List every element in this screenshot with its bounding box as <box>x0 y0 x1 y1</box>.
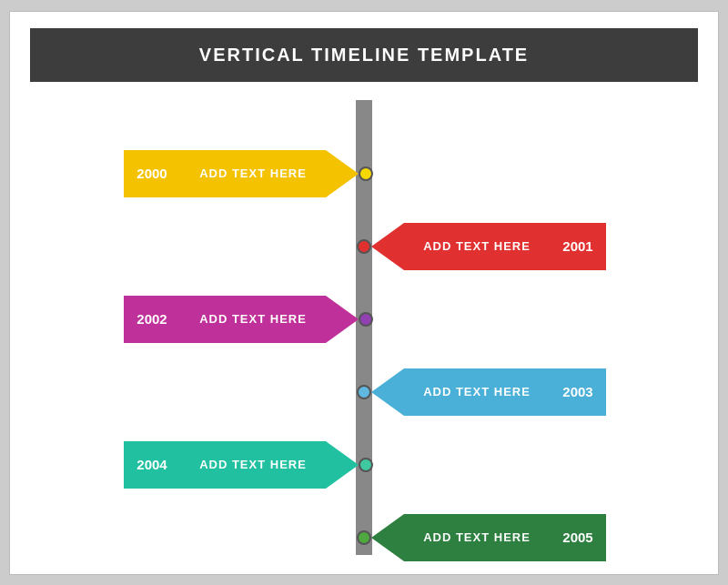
text-box: ADD TEXT HERE <box>180 150 326 197</box>
timeline-dot <box>357 530 371 545</box>
year-box: 2000 <box>124 150 180 197</box>
arrow-left-icon <box>371 368 404 416</box>
text-box: ADD TEXT HERE <box>180 441 326 489</box>
page-title: VERTICAL TIMELINE TEMPLATE <box>30 28 698 82</box>
arrow-right-icon <box>326 441 359 489</box>
year-box: 2001 <box>550 223 606 270</box>
timeline-row: 2002ADD TEXT HERE <box>124 296 373 343</box>
timeline-row: 2004ADD TEXT HERE <box>124 441 373 489</box>
timeline-row: ADD TEXT HERE2001 <box>357 223 606 270</box>
text-box: ADD TEXT HERE <box>404 368 550 416</box>
arrow-left-icon <box>371 514 404 561</box>
arrow-right-icon <box>326 150 359 197</box>
timeline-dot <box>357 385 371 399</box>
timeline-dot <box>357 239 371 254</box>
text-box: ADD TEXT HERE <box>404 223 550 270</box>
timeline-row: ADD TEXT HERE2003 <box>357 368 606 416</box>
timeline-dot <box>359 312 373 327</box>
page: VERTICAL TIMELINE TEMPLATE 2000ADD TEXT … <box>9 11 719 575</box>
text-box: ADD TEXT HERE <box>180 296 326 343</box>
timeline-dot <box>359 458 373 472</box>
year-box: 2003 <box>550 368 606 416</box>
timeline-row: ADD TEXT HERE2005 <box>357 514 606 561</box>
year-box: 2002 <box>124 296 180 343</box>
timeline-container: 2000ADD TEXT HEREADD TEXT HERE20012002AD… <box>30 100 698 555</box>
year-box: 2004 <box>124 441 180 489</box>
timeline-dot <box>359 166 373 181</box>
text-box: ADD TEXT HERE <box>404 514 550 561</box>
arrow-right-icon <box>326 296 359 343</box>
year-box: 2005 <box>550 514 606 561</box>
timeline-row: 2000ADD TEXT HERE <box>124 150 373 197</box>
arrow-left-icon <box>371 223 404 270</box>
